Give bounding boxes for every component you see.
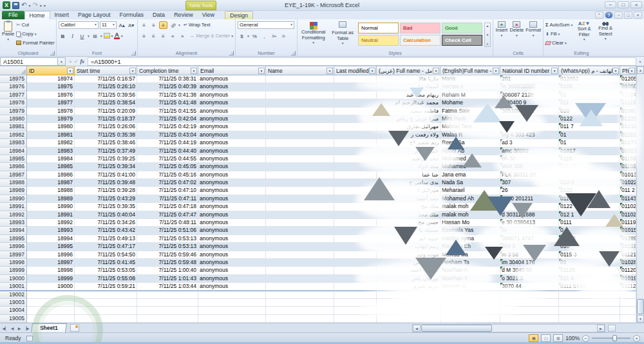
cell-name[interactable] [266,259,334,267]
cell-wa[interactable]: 010 [559,243,620,251]
cell-phone[interactable]: 01289 [620,235,636,243]
cell-email[interactable]: anonymous [198,187,266,195]
cell-lastmod[interactable] [334,235,377,243]
tab-home[interactable]: Home [24,11,50,19]
cell-arabic[interactable] [377,315,440,323]
cell-end[interactable]: 7/11/25 0:59:46 [137,251,198,259]
format-cells-button[interactable]: Format▾ [526,21,541,37]
cell-id[interactable]: 18988 [27,187,75,195]
prev-sheet-icon[interactable]: ◀ [9,326,15,330]
cell-english[interactable]: Nada Sa [440,179,500,187]
row-header-18976[interactable]: 18976 [0,83,27,91]
borders-button[interactable]: ⊞ [91,32,99,40]
cell-email[interactable]: anonymous [198,275,266,283]
cell-phone[interactable]: 01112 [620,283,636,291]
cell-id[interactable]: 18985 [27,163,75,171]
cell-name[interactable] [266,123,334,131]
cell-email[interactable] [198,299,266,307]
cell-english[interactable] [440,315,500,323]
cell-arabic[interactable]: مهرائيل ا [377,187,440,195]
cell-email[interactable]: anonymous [198,195,266,203]
cell-nid[interactable]: Moh 306 [500,163,559,171]
cell-email[interactable]: anonymous [198,148,266,155]
cell-name[interactable] [266,291,334,299]
page-layout-view-button[interactable]: ▢ [541,334,551,342]
cell-start[interactable]: 7/11/25 0:41:45 [75,259,137,267]
restore-button[interactable]: □ [618,1,629,8]
cell-start[interactable]: 7/11/25 0:26:06 [75,123,137,131]
cell-id[interactable]: 18990 [27,203,75,211]
tab-view[interactable]: View [198,11,219,19]
format-painter-button[interactable]: Format Painter [16,39,55,47]
filter-dropdown-icon[interactable]: ▼ [493,68,499,74]
cell-name[interactable] [266,243,334,251]
cell-start[interactable]: 7/11/25 0:40:04 [75,211,137,219]
cell-start[interactable] [75,315,137,323]
row-header-18982[interactable]: 18982 [0,131,27,139]
cell-email[interactable]: anonymous [198,155,266,163]
cell-lastmod[interactable] [334,227,377,234]
cell-phone[interactable]: 01119 [620,219,636,227]
cell-phone[interactable]: 01143 [620,195,636,203]
cell-end[interactable]: 7/11/25 0:42:04 [137,115,198,123]
row-header-18993[interactable]: 18993 [0,219,27,227]
cell-email[interactable]: anonymous [198,267,266,274]
enter-icon[interactable]: ✓ [74,59,79,64]
cell-lastmod[interactable] [334,211,377,219]
cell-lastmod[interactable] [334,283,377,291]
cell-email[interactable]: anonymous [198,171,266,179]
cell-arabic[interactable]: هشام تيس [377,259,440,267]
cell-wa[interactable]: 0111 [559,219,620,227]
cell-name[interactable] [266,91,334,99]
select-all-corner[interactable] [0,66,27,75]
cell-id[interactable]: 18986 [27,171,75,179]
filter-dropdown-icon[interactable]: ▼ [67,68,73,74]
cell-arabic[interactable]: حسن مح [377,219,440,227]
zoom-out-icon[interactable]: − [582,335,589,342]
cell-start[interactable] [75,307,137,314]
column-header-nid[interactable]: National ID number -▼ [500,66,559,75]
cell-id[interactable] [27,291,75,299]
cell-email[interactable]: anonymous [198,219,266,227]
cell-start[interactable]: 7/11/25 0:34:26 [75,219,137,227]
cell-wa[interactable]: 011 4 [559,275,620,283]
expand-formula-bar-icon[interactable]: ▾ [636,59,644,64]
cell-wa[interactable]: 0122 [559,203,620,211]
cell-id[interactable]: 18978 [27,108,75,115]
cell-nid[interactable]: 304 0 [500,243,559,251]
cell-style-check-cell[interactable]: Check Cell [442,35,482,46]
workbook-minimize-icon[interactable]: − [614,12,623,19]
column-header-wa[interactable]: (WhatsApp) الهاتف - م▼ [559,66,620,75]
cell-email[interactable] [198,291,266,299]
cell-start[interactable]: 7/11/25 0:39:34 [75,163,137,171]
cell-id[interactable]: 18984 [27,155,75,163]
cell-id[interactable]: 18997 [27,259,75,267]
cell-name[interactable] [266,275,334,283]
row-header-18983[interactable]: 18983 [0,139,27,147]
redo-dropdown-icon[interactable]: ▾ [40,3,42,8]
tab-split-handle[interactable] [608,325,616,332]
cell-name[interactable] [266,315,334,323]
cell-start[interactable]: 7/11/25 0:41:00 [75,171,137,179]
alignment-dialog-launcher[interactable]: ↘ [229,51,234,55]
cell-phone[interactable] [620,307,636,314]
cell-phone[interactable] [620,315,636,323]
cell-english[interactable]: Habiba ayma [440,235,500,243]
cell-start[interactable]: 7/11/25 0:43:42 [75,227,137,234]
paste-button[interactable]: Paste ▾ [2,21,14,41]
cell-email[interactable]: anonymous [198,283,266,291]
filter-dropdown-icon[interactable]: ▼ [369,68,375,74]
cell-end[interactable] [137,299,198,307]
cell-end[interactable] [137,291,198,299]
row-header-19005[interactable]: 19005 [0,315,27,323]
row-header-18990[interactable]: 18990 [0,195,27,203]
cell-phone[interactable]: 01080 [620,108,636,115]
column-header-id[interactable]: ID▼ [27,66,75,75]
cell-nid[interactable]: im 30404 176 [500,259,559,267]
cell-phone[interactable]: 01151 [620,131,636,139]
conditional-formatting-button[interactable]: Conditional Formatting▾ [299,21,327,45]
cell-lastmod[interactable] [334,307,377,314]
cell-wa[interactable] [559,291,620,299]
cell-end[interactable]: 7/11/25 0:44:19 [137,139,198,147]
filter-dropdown-icon[interactable]: ▼ [258,68,265,74]
